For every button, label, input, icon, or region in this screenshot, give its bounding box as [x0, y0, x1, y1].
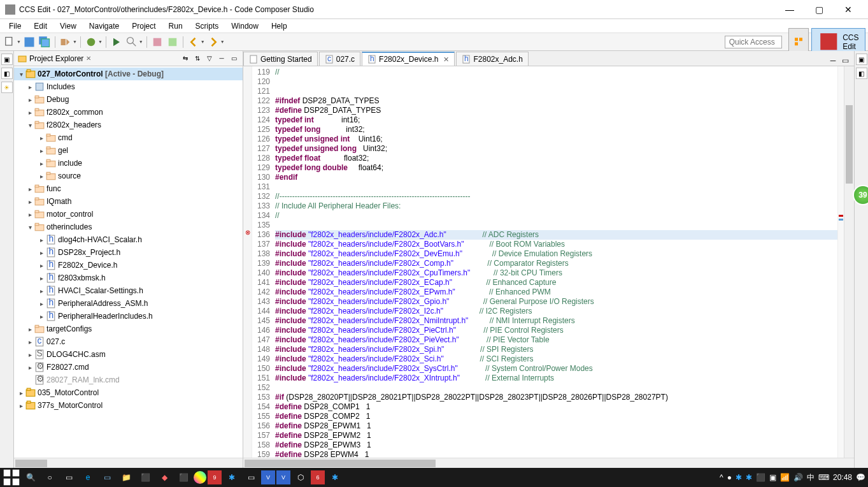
tray-keyboard-icon[interactable]: ⌨ [818, 473, 829, 482]
task-app-5[interactable]: ◆ [155, 469, 173, 486]
expand-icon[interactable]: ▾ [25, 122, 34, 129]
expand-icon[interactable]: ▸ [17, 402, 25, 409]
code-line-127[interactable]: typedef unsigned long Uint32; [275, 144, 837, 154]
maximize-view-button[interactable]: ▭ [229, 54, 239, 64]
code-line-159[interactable]: #define DSP28 EPWM4 1 [275, 450, 837, 458]
tree-item-f2802x-headers[interactable]: ▾f2802x_headers [14, 119, 243, 131]
code-line-157[interactable]: #define DSP28_EPWM2 1 [275, 431, 837, 440]
tree-item-dlog4chc-asm[interactable]: ▸SDLOG4CHC.asm [14, 348, 243, 361]
editor-max-icon[interactable]: ▭ [840, 55, 850, 66]
expand-icon[interactable]: ▸ [25, 326, 34, 333]
tree-item-f2802x-device-h[interactable]: ▸hF2802x_Device.h [14, 259, 243, 272]
expand-icon[interactable]: ▸ [25, 198, 34, 205]
code-line-149[interactable]: #include "f2802x_headers/include/F2802x_… [275, 354, 837, 364]
code-line-129[interactable]: typedef long double float64; [275, 163, 837, 173]
expand-icon[interactable]: ▸ [37, 262, 46, 269]
trim-button-r1[interactable]: ▣ [856, 54, 867, 65]
expand-icon[interactable]: ▸ [37, 287, 46, 294]
code-line-128[interactable]: typedef float float32; [275, 154, 837, 163]
code-line-135[interactable] [275, 221, 837, 230]
tree-item-motor-control[interactable]: ▸motor_control [14, 208, 243, 221]
expand-icon[interactable]: ▸ [25, 351, 34, 358]
run-button[interactable] [110, 35, 124, 49]
tree-item-035-motorcontrol[interactable]: ▸035_MotorControl [14, 386, 243, 399]
tree-item-dlog4ch-hvaci-scalar-h[interactable]: ▸hdlog4ch-HVACI_Scalar.h [14, 233, 243, 246]
code-line-146[interactable]: #include "f2802x_headers/include/F2802x_… [275, 326, 837, 335]
floating-badge[interactable]: 39 [853, 185, 868, 205]
project-explorer-tab[interactable]: Project Explorer ✕ ⇆ ⇅ ▽ ─ ▭ [14, 51, 243, 66]
expand-icon[interactable]: ▸ [37, 134, 46, 142]
code-line-145[interactable]: #include "f2802x_headers/include/F2802x_… [275, 316, 837, 326]
task-app-15[interactable]: ✱ [326, 469, 344, 486]
code-line-120[interactable] [275, 77, 837, 87]
code-line-144[interactable]: #include "f2802x_headers/include/F2802x_… [275, 307, 837, 316]
expand-icon[interactable]: ▸ [37, 160, 46, 167]
code-line-131[interactable] [275, 182, 837, 192]
tree-item-otherincludes[interactable]: ▾otherincludes [14, 221, 243, 233]
trim-button-3[interactable]: ☀ [1, 82, 13, 93]
start-button[interactable] [3, 469, 20, 486]
menu-run[interactable]: Run [162, 20, 189, 32]
cortana-button[interactable]: ○ [41, 469, 59, 486]
expand-icon[interactable]: ▸ [25, 96, 34, 103]
task-app-7[interactable] [194, 471, 206, 484]
tool2-button[interactable] [166, 35, 180, 49]
menu-file[interactable]: File [3, 20, 27, 32]
menu-edit[interactable]: Edit [27, 20, 53, 32]
tree-item-027-c[interactable]: ▸c027.c [14, 335, 243, 348]
editor-h-scrollbar[interactable] [243, 458, 854, 468]
task-app-14[interactable]: 6 [311, 470, 325, 484]
code-line-119[interactable]: // [275, 68, 837, 77]
tray-notifications-icon[interactable]: 💬 [856, 473, 865, 482]
tree-item-debug[interactable]: ▸Debug [14, 93, 243, 106]
search-button[interactable] [125, 35, 139, 49]
tree-item-iqmath[interactable]: ▸IQmath [14, 195, 243, 208]
tree-item-peripheralheaderincludes-h[interactable]: ▸hPeripheralHeaderIncludes.h [14, 310, 243, 323]
search-taskbar-button[interactable]: 🔍 [22, 469, 39, 486]
editor-v-scrollbar[interactable] [844, 66, 854, 458]
menu-view[interactable]: View [53, 20, 83, 32]
task-app-11[interactable]: V [261, 470, 275, 484]
expand-icon[interactable]: ▸ [25, 185, 34, 193]
tree-item-027-motorcontrol[interactable]: ▾027_MotorControl [Active - Debug] [14, 68, 243, 80]
task-app-10[interactable]: ▭ [242, 469, 260, 486]
nav-back-button[interactable] [187, 35, 201, 49]
code-line-133[interactable]: // Include All Peripheral Header Files: [275, 201, 837, 211]
code-line-143[interactable]: #include "f2802x_headers/include/F2802x_… [275, 297, 837, 307]
tray-clock[interactable]: 20:48 [833, 473, 852, 482]
tree-item-f2802x-common[interactable]: ▸f2802x_common [14, 106, 243, 119]
link-editor-button[interactable]: ⇅ [192, 54, 203, 64]
task-app-4[interactable]: ⬛ [136, 469, 154, 486]
code-line-136[interactable]: #include "f2802x_headers/include/F2802x_… [275, 230, 837, 240]
tree-item-f28027-cmd[interactable]: ▸⚙F28027.cmd [14, 361, 243, 374]
tree-item-dsp28x-project-h[interactable]: ▸hDSP28x_Project.h [14, 246, 243, 259]
code-editor-content[interactable]: //#ifndef DSP28_DATA_TYPES#define DSP28_… [273, 66, 837, 458]
editor-tab-getting-started[interactable]: Getting Started [243, 52, 318, 66]
build-button[interactable] [59, 35, 73, 49]
editor-tab-f2802x-adc-h[interactable]: hF2802x_Adc.h [456, 52, 528, 66]
close-tab-icon[interactable]: ✕ [443, 55, 449, 64]
project-tree[interactable]: ▾027_MotorControl [Active - Debug]▸Inclu… [14, 66, 243, 458]
code-line-148[interactable]: #include "f2802x_headers/include/F2802x_… [275, 345, 837, 354]
expand-icon[interactable]: ▸ [25, 211, 34, 218]
task-app-6[interactable]: ⬛ [174, 469, 192, 486]
code-line-147[interactable]: #include "f2802x_headers/include/F2802x_… [275, 335, 837, 345]
expand-icon[interactable]: ▸ [25, 338, 34, 345]
tree-item-gel[interactable]: ▸gel [14, 144, 243, 157]
code-line-153[interactable]: #if (DSP28_28020PT||DSP28_28021PT||DSP28… [275, 393, 837, 402]
expand-icon[interactable]: ▸ [25, 364, 34, 371]
minimize-view-button[interactable]: ─ [217, 54, 227, 64]
tool1-button[interactable] [150, 35, 164, 49]
menu-scripts[interactable]: Scripts [189, 20, 225, 32]
taskview-button[interactable]: ▭ [60, 469, 78, 486]
tree-item-func[interactable]: ▸func [14, 182, 243, 195]
tree-item-hvaci-scalar-settings-h[interactable]: ▸hHVACI_Scalar-Settings.h [14, 284, 243, 297]
task-app-3[interactable]: 📁 [117, 469, 135, 486]
code-line-137[interactable]: #include "f2802x_headers/include/F2802x_… [275, 240, 837, 249]
expand-icon[interactable]: ▸ [37, 313, 46, 320]
code-line-134[interactable]: // [275, 211, 837, 221]
tray-volume-icon[interactable]: 🔊 [793, 473, 803, 482]
code-line-156[interactable]: #define DSP28_EPWM1 1 [275, 421, 837, 431]
code-line-138[interactable]: #include "f2802x_headers/include/F2802x_… [275, 249, 837, 259]
tree-item-source[interactable]: ▸source [14, 170, 243, 182]
